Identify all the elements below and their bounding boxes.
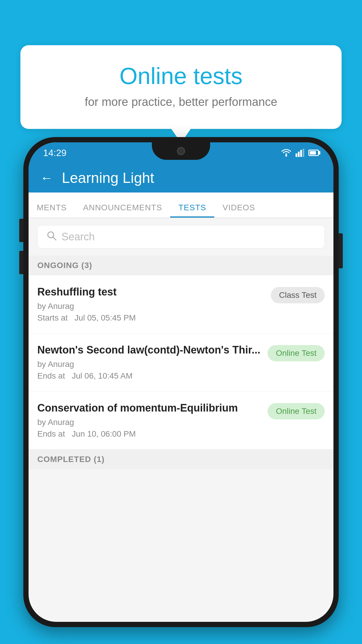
search-container: Search [29,218,333,256]
svg-rect-2 [298,152,300,157]
side-button-left-bottom [19,251,23,274]
ongoing-section-header: ONGOING (3) [29,256,333,275]
test-name: Conservation of momentum-Equilibrium [37,402,262,414]
tabs-bar: MENTS ANNOUNCEMENTS TESTS VIDEOS [29,192,333,218]
battery-icon [308,150,319,156]
test-badge-online: Online Test [268,345,325,361]
tab-ments[interactable]: MENTS [29,203,75,218]
back-button[interactable]: ← [40,172,53,184]
test-badge-online: Online Test [268,403,325,419]
search-icon [46,230,57,244]
test-author: by Anurag [37,418,262,427]
svg-line-6 [53,237,56,240]
test-author: by Anurag [37,360,262,369]
tab-videos[interactable]: VIDEOS [214,203,263,218]
phone-outer: 14:29 [23,137,339,627]
signal-icon [296,149,304,157]
status-time: 14:29 [43,148,66,158]
test-item[interactable]: Reshuffling test by Anurag Starts at Jul… [29,275,333,333]
promo-subtitle: for more practice, better performance [41,95,321,108]
side-button-left-top [19,219,23,242]
test-item[interactable]: Conservation of momentum-Equilibrium by … [29,391,333,449]
svg-rect-4 [303,149,304,157]
phone-wrapper: 14:29 [23,137,339,644]
side-button-right [339,233,343,268]
svg-rect-1 [296,153,297,157]
app-title: Learning Light [62,169,154,186]
app-header: ← Learning Light [29,163,333,192]
test-list: Reshuffling test by Anurag Starts at Jul… [29,275,333,449]
test-author: by Anurag [37,302,265,311]
camera-dot [177,147,185,155]
battery-fill [310,151,316,155]
test-badge-class: Class Test [271,287,325,303]
wifi-icon [281,149,291,157]
test-date: Starts at Jul 05, 05:45 PM [37,313,265,323]
test-name: Newton's Second law(contd)-Newton's Thir… [37,344,262,356]
status-icons [281,149,319,157]
completed-section-header: COMPLETED (1) [29,449,333,469]
test-info: Conservation of momentum-Equilibrium by … [37,402,262,439]
test-name: Reshuffling test [37,286,265,298]
tab-tests[interactable]: TESTS [170,203,214,218]
search-input-placeholder: Search [61,231,95,243]
test-item[interactable]: Newton's Second law(contd)-Newton's Thir… [29,333,333,391]
test-info: Newton's Second law(contd)-Newton's Thir… [37,344,262,381]
test-info: Reshuffling test by Anurag Starts at Jul… [37,286,265,323]
test-date: Ends at Jul 06, 10:45 AM [37,371,262,381]
promo-card: Online tests for more practice, better p… [20,45,342,129]
phone-notch [152,142,210,160]
svg-point-0 [285,155,287,157]
test-date: Ends at Jun 10, 06:00 PM [37,429,262,439]
tab-announcements[interactable]: ANNOUNCEMENTS [75,203,170,218]
phone-screen: 14:29 [29,142,333,622]
svg-rect-3 [300,150,302,157]
promo-title: Online tests [41,63,321,90]
search-bar[interactable]: Search [37,225,325,249]
